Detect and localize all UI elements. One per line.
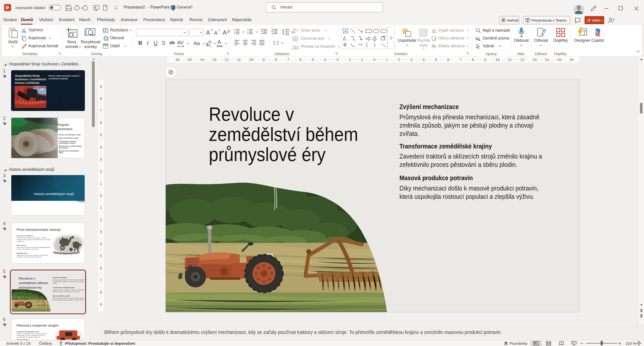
svg-text:Revoluce v zemědělství: Revoluce v zemědělství — [17, 235, 33, 237]
svg-text:0: 0 — [373, 57, 375, 62]
svg-text:zemědělství během: zemědělství během — [19, 281, 48, 285]
svg-text:změnila způsob, jakým se pěstu: změnila způsob, jakým se pěstují plodiny… — [53, 281, 84, 282]
svg-text:3: 3 — [100, 157, 102, 161]
svg-text:Masová produkce potravin: Masová produkce potravin — [53, 295, 70, 297]
svg-text:produktivitu.: produktivitu. — [17, 241, 25, 242]
svg-text:4: 4 — [100, 145, 102, 149]
svg-text:Typy zemědělských strojů: Typy zemědělských strojů — [59, 137, 78, 139]
svg-text:8: 8 — [100, 96, 102, 101]
svg-text:15: 15 — [188, 57, 192, 62]
svg-text:technologie, jako jsou počítač: technologie, jako jsou počítačové systém… — [17, 335, 45, 336]
svg-text:transformovaly tradiční zemědě: transformovaly tradiční zemědělské metod… — [17, 239, 51, 240]
svg-text:7: 7 — [100, 278, 102, 282]
svg-text:1: 1 — [100, 205, 102, 210]
svg-text:6: 6 — [447, 57, 449, 62]
svg-text:5: 5 — [435, 57, 437, 62]
svg-text:0: 0 — [100, 193, 102, 198]
svg-text:zvířata.: zvířata. — [53, 283, 57, 284]
svg-text:7: 7 — [460, 57, 462, 62]
svg-text:A: A — [296, 28, 298, 32]
svg-text:Průmyslová éra přinesla mechan: Průmyslová éra přinesla mechanizaci, kte… — [53, 279, 85, 281]
svg-text:2: 2 — [100, 217, 102, 222]
svg-text:Využívané v Zemědělství:: Využívané v Zemědělství: — [15, 78, 47, 81]
svg-text:Přechod k moderním strojům: Přechod k moderním strojům — [17, 324, 59, 327]
svg-text:5: 5 — [100, 254, 102, 258]
svg-text:11: 11 — [237, 57, 241, 62]
svg-text:16: 16 — [569, 57, 573, 62]
svg-text:P: P — [6, 6, 9, 10]
svg-text:9: 9 — [100, 84, 102, 89]
svg-text:3: 3 — [100, 229, 102, 234]
svg-text:výnosů a efektivnější využití: výnosů a efektivnější využití půdy. — [17, 248, 39, 250]
svg-text:2: 2 — [100, 169, 102, 173]
svg-text:Mechanizované nástroje, jako p: Mechanizované nástroje, jako pluhy a mlá… — [17, 237, 47, 239]
svg-text:Zvýšení mechanizace: Zvýšení mechanizace — [53, 277, 67, 278]
svg-text:A: A — [344, 29, 347, 33]
svg-text:12: 12 — [224, 57, 229, 62]
svg-text:3: 3 — [410, 57, 412, 62]
svg-text:6: 6 — [100, 121, 102, 125]
svg-text:prezentace: prezentace — [57, 127, 73, 131]
svg-text:4: 4 — [423, 57, 425, 62]
svg-text:15: 15 — [557, 57, 561, 62]
svg-text:strojů: strojů — [59, 152, 63, 154]
svg-text:11: 11 — [508, 57, 512, 62]
svg-text:Klíčové stroje formující moder: Klíčové stroje formující moderní — [48, 75, 79, 77]
svg-text:1: 1 — [386, 57, 388, 62]
svg-text:Efektivita práce: Efektivita práce — [17, 252, 28, 254]
svg-text:7: 7 — [100, 108, 102, 113]
svg-text:Sofistikované zemědělské stroj: Sofistikované zemědělské stroje — [17, 331, 39, 332]
svg-text:Vyšší výnosy: Vyšší výnosy — [17, 245, 26, 246]
svg-text:1: 1 — [100, 181, 102, 185]
svg-text:8: 8 — [472, 57, 474, 62]
svg-text:mechanizace: mechanizace — [59, 147, 69, 149]
svg-text:14: 14 — [545, 57, 549, 62]
svg-text:produkci a přispěla k větší pr: produkci a přispěla k větší produktivitě… — [17, 256, 42, 258]
svg-text:7: 7 — [287, 57, 289, 62]
svg-text:automatizace pro zlepšení efek: automatizace pro zlepšení efektivity. — [17, 336, 40, 338]
svg-text:Transformace zemědělské krajin: Transformace zemědělské krajiny — [53, 287, 75, 288]
svg-text:První mechanizované nástroje: První mechanizované nástroje — [17, 228, 61, 232]
svg-text:Historie zemědělských strojů: Historie zemědělských strojů — [59, 134, 81, 136]
svg-text:Moderní zemědělské stroje využ: Moderní zemědělské stroje využívají pokr… — [17, 333, 47, 334]
svg-text:2: 2 — [349, 57, 351, 62]
svg-text:5: 5 — [100, 133, 102, 137]
svg-text:10: 10 — [249, 57, 253, 62]
svg-text:Mechanizace snížila čas potřeb: Mechanizace snížila čas potřebný k zeměd… — [17, 254, 48, 256]
svg-text:8: 8 — [275, 57, 277, 62]
svg-text:14: 14 — [200, 57, 204, 62]
svg-text:3: 3 — [336, 57, 338, 62]
svg-text:6: 6 — [299, 57, 301, 62]
svg-text:12: 12 — [520, 57, 524, 62]
svg-text:zemědělských strojích: zemědělských strojích — [59, 142, 76, 144]
svg-text:8: 8 — [100, 290, 102, 294]
svg-text:zemědělské praktiky: zemědělské praktiky — [48, 78, 68, 80]
svg-text:zefektivnilo proces pěstování: zefektivnilo proces pěstování a sběru pl… — [53, 291, 80, 292]
svg-text:Hospodářské Stroje: Hospodářské Stroje — [15, 74, 40, 77]
svg-text:5: 5 — [312, 57, 314, 62]
svg-text:Díky mechanizaci došlo k masov: Díky mechanizaci došlo k masové produkci… — [53, 297, 85, 299]
svg-text:Inovace a Efektivita: Inovace a Efektivita — [15, 81, 40, 84]
svg-text:2: 2 — [398, 57, 400, 62]
svg-text:Revoluce v: Revoluce v — [19, 277, 36, 280]
svg-text:13: 13 — [212, 57, 216, 62]
svg-text:13: 13 — [532, 57, 537, 62]
svg-text:Díky těmto inovacím mohli farm: Díky těmto inovacím mohli farmáři obdělá… — [17, 247, 50, 248]
svg-text:4: 4 — [324, 57, 326, 62]
svg-text:1: 1 — [361, 57, 363, 62]
svg-text:Zavedení traktorů a sklízecích: Zavedení traktorů a sklízecích strojů zm… — [53, 289, 86, 291]
svg-text:Historie zemědělských strojů: Historie zemědělských strojů — [34, 192, 74, 196]
svg-text:Program: Program — [57, 123, 69, 127]
svg-text:4: 4 — [100, 242, 102, 246]
svg-text:16: 16 — [175, 57, 180, 62]
svg-text:9: 9 — [262, 57, 264, 62]
svg-text:6: 6 — [100, 266, 102, 270]
svg-text:průmyslové éry: průmyslové éry — [19, 286, 42, 289]
svg-text:9: 9 — [484, 57, 486, 62]
svg-text:A: A — [478, 39, 480, 42]
svg-text:která uspokojila rostoucí popu: která uspokojila rostoucí populaci a zle… — [53, 299, 84, 301]
svg-text:9: 9 — [100, 302, 102, 306]
svg-text:10: 10 — [495, 57, 500, 62]
